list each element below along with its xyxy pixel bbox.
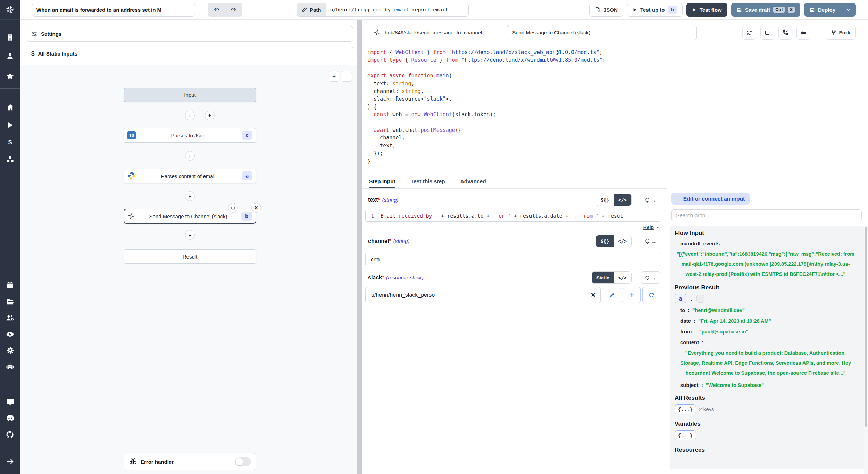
- save-draft-label: Save draft: [745, 7, 770, 13]
- sidebar-item-user[interactable]: [0, 50, 20, 62]
- add-step-button[interactable]: +: [185, 191, 195, 201]
- template-mode-segment[interactable]: ${}: [596, 194, 614, 206]
- connect-input-button[interactable]: →: [641, 271, 660, 284]
- template-mode-segment[interactable]: ${}: [596, 235, 614, 247]
- clear-resource-icon[interactable]: ✕: [591, 291, 596, 299]
- code-mode-segment[interactable]: </>: [614, 272, 631, 283]
- deploy-menu-button[interactable]: [841, 3, 856, 17]
- flow-graph-canvas[interactable]: + − Input + TS Parses to Json c + Parses…: [20, 65, 357, 474]
- collapse-toggle[interactable]: -: [696, 295, 704, 303]
- result-entry[interactable]: to : "henri@windmill.dev": [675, 306, 857, 314]
- connect-input-button[interactable]: →: [641, 235, 660, 247]
- sidebar-item-docs[interactable]: [0, 396, 20, 408]
- zoom-in-button[interactable]: +: [329, 71, 339, 82]
- sidebar-item-discord[interactable]: [0, 412, 20, 424]
- redo-button[interactable]: ↷: [225, 3, 242, 17]
- topbar: ↶ ↷ Path u/henri/triggered_by_email_repo…: [20, 0, 868, 20]
- swap-arrows-button[interactable]: [742, 26, 756, 40]
- path-value[interactable]: u/henri/triggered_by_email_report_email: [326, 7, 468, 12]
- slack-resource-input[interactable]: [365, 287, 601, 303]
- sidebar-item-audit-logs[interactable]: [0, 328, 20, 340]
- zoom-out-button[interactable]: −: [342, 71, 352, 82]
- prop-value: "paul@supabase.io": [699, 329, 749, 335]
- move-step-button[interactable]: [228, 203, 238, 213]
- all-static-inputs-button[interactable]: $ All Static Inputs: [27, 46, 353, 61]
- code-mode-segment[interactable]: </>: [614, 235, 631, 247]
- bed-button[interactable]: [796, 26, 810, 40]
- discord-icon: [6, 415, 15, 422]
- refresh-resource-button[interactable]: [642, 287, 660, 303]
- flow-title-input[interactable]: [32, 3, 195, 17]
- code-mode-segment[interactable]: </>: [614, 194, 631, 206]
- result-entry[interactable]: from : "paul@supabase.io": [675, 328, 857, 336]
- flow-node-parses-content[interactable]: Parses content of email a: [124, 169, 256, 183]
- undo-button[interactable]: ↶: [208, 3, 225, 17]
- panel-resize-handle[interactable]: [357, 20, 362, 474]
- hub-script-path[interactable]: hub/849/slack/send_message_to_channel: [385, 29, 482, 35]
- sidebar-item-groups[interactable]: [0, 312, 20, 323]
- add-step-button[interactable]: +: [185, 151, 195, 161]
- sidebar-item-workspace[interactable]: [0, 32, 20, 43]
- add-step-button[interactable]: +: [185, 111, 195, 120]
- add-resource-button[interactable]: +: [623, 287, 641, 303]
- windmill-logo[interactable]: [0, 0, 20, 20]
- prop-value[interactable]: "Everything you need to build a product:…: [675, 348, 857, 378]
- props-scrollbar[interactable]: [864, 226, 868, 474]
- edit-resource-button[interactable]: [603, 287, 621, 303]
- connect-input-button[interactable]: →: [641, 194, 660, 206]
- flow-node-input-label: Input: [124, 92, 256, 98]
- flow-settings-button[interactable]: Settings: [27, 26, 353, 42]
- error-handler-toggle[interactable]: [235, 457, 251, 466]
- path-chip[interactable]: Path: [297, 3, 326, 16]
- flow-input-key-row[interactable]: mandrill_events:: [675, 240, 857, 247]
- help-link[interactable]: Help: [643, 225, 654, 230]
- phone-incoming-button[interactable]: [778, 26, 792, 40]
- topbar-actions: JSON Test up to b Test flow Save draft C…: [589, 3, 856, 17]
- delete-step-button[interactable]: ×: [251, 203, 261, 213]
- edit-or-connect-button[interactable]: ← Edit or connect an input: [671, 193, 750, 205]
- sidebar-item-variables[interactable]: $: [0, 136, 20, 148]
- deploy-button[interactable]: Deploy: [804, 3, 841, 17]
- tab-step-input[interactable]: Step Input: [369, 175, 395, 188]
- sidebar-item-settings[interactable]: [0, 344, 20, 356]
- static-mode-segment[interactable]: Static: [592, 272, 614, 283]
- search-prop-input[interactable]: [671, 209, 862, 221]
- sidebar-item-home[interactable]: [0, 101, 20, 113]
- sidebar-item-schedules[interactable]: [0, 279, 20, 291]
- flow-node-parses-to-json[interactable]: TS Parses to Json c: [124, 128, 256, 143]
- test-up-to-button[interactable]: Test up to b: [627, 3, 683, 17]
- code-editor[interactable]: import { WebClient } from "https://deno.…: [362, 45, 868, 175]
- sidebar-item-workers[interactable]: [0, 361, 20, 373]
- text-expression-editor[interactable]: 1 `Email received by ` + results.a.to + …: [365, 210, 660, 222]
- sidebar-item-runs[interactable]: [0, 119, 20, 131]
- node-id-badge[interactable]: a: [675, 294, 686, 303]
- scrollbar-thumb[interactable]: [865, 227, 867, 427]
- result-entry[interactable]: subject : "Welcome to Supabase": [675, 381, 857, 389]
- test-flow-button[interactable]: Test flow: [686, 3, 727, 17]
- expand-view-button[interactable]: [760, 26, 774, 40]
- sidebar-item-folders[interactable]: [0, 296, 20, 307]
- error-handler-node[interactable]: Error handler: [124, 453, 256, 470]
- trigger-button[interactable]: [205, 111, 215, 120]
- sidebar-item-resources[interactable]: [0, 153, 20, 165]
- code-token: web.chat.: [389, 127, 420, 133]
- json-button[interactable]: JSON: [589, 3, 623, 17]
- result-entry[interactable]: date : "Fri, Apr 14, 2023 at 10:28 AM": [675, 317, 857, 325]
- sidebar-expand-button[interactable]: [0, 456, 20, 467]
- fork-button[interactable]: Fork: [826, 26, 856, 40]
- step-summary-input[interactable]: [507, 25, 697, 40]
- flow-input-value[interactable]: "[{"event":"inbound","ts":1683819426,"ms…: [675, 249, 857, 279]
- tab-test-this-step[interactable]: Test this step: [411, 175, 445, 188]
- add-step-button[interactable]: +: [185, 230, 195, 240]
- expand-object-badge[interactable]: {...}: [675, 430, 696, 440]
- flow-settings-label: Settings: [41, 31, 61, 37]
- save-draft-button[interactable]: Save draft Ctrl S: [731, 3, 800, 17]
- expand-object-badge[interactable]: {...}: [675, 404, 696, 414]
- flow-node-input[interactable]: Input: [124, 88, 256, 102]
- tab-advanced[interactable]: Advanced: [460, 175, 486, 188]
- result-entry[interactable]: content :: [675, 339, 857, 346]
- sidebar-item-favorites[interactable]: [0, 70, 20, 82]
- sidebar-item-github[interactable]: [0, 429, 20, 441]
- channel-value-input[interactable]: [365, 253, 660, 266]
- flow-node-result[interactable]: Result: [124, 249, 256, 264]
